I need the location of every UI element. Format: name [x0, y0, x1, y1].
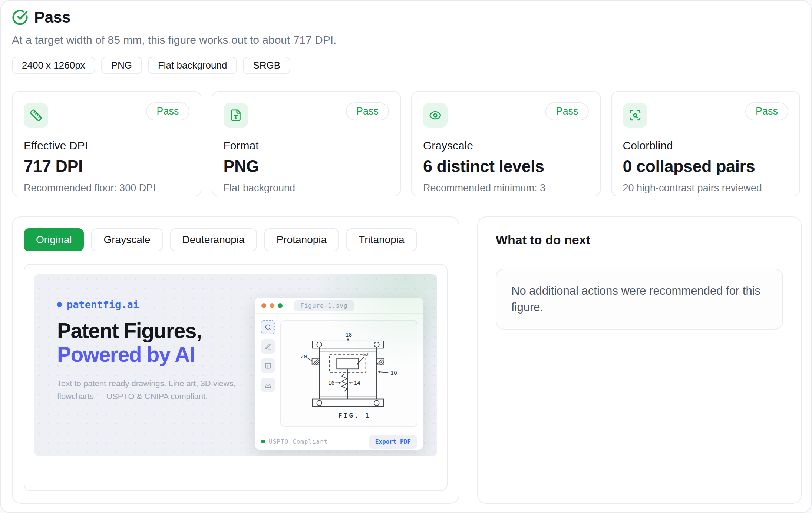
tab-original[interactable]: Original	[24, 228, 84, 251]
figure-label-10: 10	[390, 370, 397, 376]
scan-search-icon	[623, 103, 647, 128]
tab-grayscale[interactable]: Grayscale	[91, 228, 162, 251]
status-heading: Pass	[34, 8, 70, 26]
metric-cards: Pass Effective DPI 717 DPI Recommended f…	[12, 91, 800, 196]
preview-panel: Original Grayscale Deuteranopia Protanop…	[12, 216, 459, 504]
figure-check-report: Pass At a target width of 85 mm, this fi…	[0, 0, 812, 513]
card-value: PNG	[224, 157, 389, 176]
green-status-dot	[261, 440, 265, 443]
chip-colorspace: SRGB	[243, 57, 290, 74]
status-badge: Pass	[745, 102, 788, 120]
window-close-dot	[261, 303, 266, 308]
file-attribute-chips: 2400 x 1260px PNG Flat background SRGB	[12, 57, 800, 74]
chip-format: PNG	[101, 57, 142, 74]
card-title: Effective DPI	[24, 139, 189, 152]
ruler-icon	[24, 103, 48, 128]
circle-check-icon	[12, 9, 28, 26]
card-note: Recommended minimum: 3	[423, 182, 589, 194]
editor-window: Figure-1.svg	[255, 298, 423, 450]
next-steps-panel: What to do next No additional actions we…	[477, 216, 802, 504]
figure-preview-frame: patentfig.ai Patent Figures, Powered by …	[24, 264, 448, 491]
patent-figure: 18 20 12 10 16 14 FIG. 1	[281, 321, 417, 426]
brand-dot-icon	[57, 302, 62, 307]
card-value: 6 distinct levels	[423, 157, 589, 176]
promo-headline-line2: Powered by AI	[57, 343, 236, 367]
figure-caption: FIG. 1	[338, 412, 370, 419]
window-titlebar: Figure-1.svg	[255, 298, 423, 314]
chip-background: Flat background	[148, 57, 237, 74]
promo-headline: Patent Figures, Powered by AI	[57, 319, 236, 367]
card-colorblind: Pass Colorblind 0 collapsed pairs 20 hig…	[611, 91, 801, 196]
window-footer: USPTO Compliant Export PDF	[255, 433, 423, 450]
figure-preview-image: patentfig.ai Patent Figures, Powered by …	[34, 274, 437, 456]
file-type-icon	[224, 103, 248, 128]
card-grayscale: Pass Grayscale 6 distinct levels Recomme…	[411, 91, 601, 196]
card-format: Pass Format PNG Flat background	[212, 91, 401, 196]
card-title: Grayscale	[423, 139, 589, 152]
figure-label-20: 20	[300, 353, 307, 360]
figure-canvas: 18 20 12 10 16 14 FIG. 1	[280, 320, 417, 427]
pen-tool-button[interactable]	[261, 339, 275, 354]
card-value: 717 DPI	[24, 157, 189, 176]
figure-label-16: 16	[328, 380, 335, 386]
tab-deuteranopia[interactable]: Deuteranopia	[170, 228, 257, 251]
card-effective-dpi: Pass Effective DPI 717 DPI Recommended f…	[12, 91, 201, 196]
export-pdf-button[interactable]: Export PDF	[369, 435, 417, 449]
editor-toolbar	[261, 320, 275, 427]
status-badge: Pass	[146, 102, 189, 120]
card-value: 0 collapsed pairs	[623, 157, 789, 176]
main-area: Original Grayscale Deuteranopia Protanop…	[12, 216, 800, 504]
layout-tool-button[interactable]	[261, 358, 275, 373]
report-header: Pass	[12, 1, 800, 26]
chip-dimensions: 2400 x 1260px	[12, 57, 95, 74]
card-title: Format	[224, 139, 389, 152]
tab-protanopia[interactable]: Protanopia	[264, 228, 339, 251]
card-note: Flat background	[224, 182, 389, 194]
simulation-tabs: Original Grayscale Deuteranopia Protanop…	[24, 228, 448, 251]
brand-name: patentfig.ai	[67, 299, 139, 310]
eye-icon	[423, 103, 448, 128]
compliance-label: USPTO Compliant	[269, 438, 328, 445]
search-tool-button[interactable]	[261, 320, 275, 334]
figure-label-14: 14	[354, 380, 360, 386]
window-minimize-dot	[270, 303, 274, 308]
tab-tritanopia[interactable]: Tritanopia	[346, 228, 416, 251]
compliance-status: USPTO Compliant	[261, 438, 328, 445]
next-steps-title: What to do next	[496, 233, 783, 247]
card-title: Colorblind	[623, 139, 789, 152]
download-tool-button[interactable]	[261, 378, 275, 392]
card-note: Recommended floor: 300 DPI	[24, 182, 189, 194]
status-badge: Pass	[545, 102, 588, 120]
brand-wordmark: patentfig.ai	[57, 299, 236, 310]
promo-headline-line1: Patent Figures,	[57, 319, 236, 343]
window-title: Figure-1.svg	[294, 300, 354, 311]
promo-caption-line2: flowcharts — USPTO & CNIPA compliant.	[57, 390, 236, 403]
figure-label-12: 12	[362, 351, 369, 357]
promo-caption: Text to patent-ready drawings. Line art,…	[57, 377, 236, 403]
figure-label-18: 18	[346, 331, 352, 338]
window-zoom-dot	[278, 303, 283, 308]
next-steps-message: No additional actions were recommended f…	[496, 269, 783, 330]
window-body: 18 20 12 10 16 14 FIG. 1	[255, 314, 423, 433]
summary-text: At a target width of 85 mm, this figure …	[12, 34, 800, 46]
promo-text-block: patentfig.ai Patent Figures, Powered by …	[57, 299, 236, 403]
status-badge: Pass	[346, 102, 389, 120]
promo-caption-line1: Text to patent-ready drawings. Line art,…	[57, 377, 236, 390]
card-note: 20 high-contrast pairs reviewed	[623, 182, 789, 194]
